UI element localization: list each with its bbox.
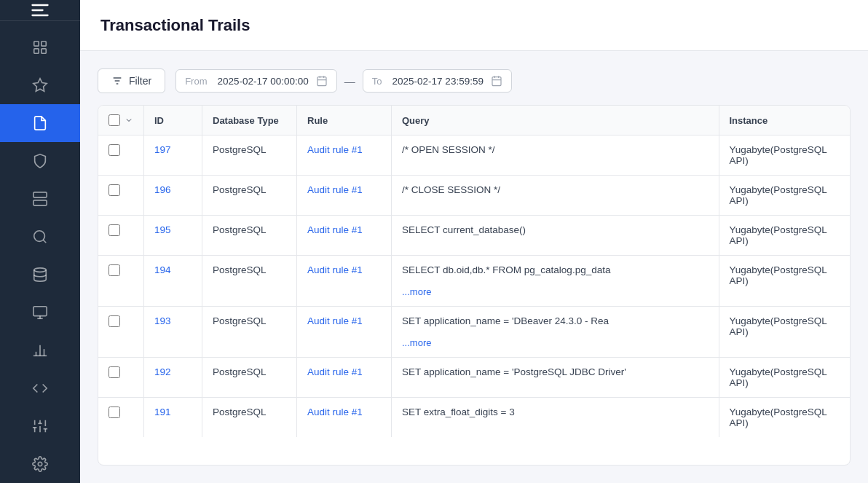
sidebar-item-documents[interactable] [0,104,80,142]
sidebar-item-shield[interactable] [0,142,80,180]
table-row: 193PostgreSQLAudit rule #1SET applicatio… [98,307,850,358]
col-rule-label: Rule [307,115,328,126]
row-db-type-cell: PostgreSQL [202,216,297,256]
data-table: ID Database Type Rule Query [98,106,850,437]
th-instance[interactable]: Instance [719,106,850,136]
sidebar-item-server[interactable] [0,180,80,218]
svg-rect-15 [33,307,47,316]
database-icon [32,267,48,283]
row-rule-link[interactable]: Audit rule #1 [307,264,363,275]
svg-marker-7 [33,79,47,91]
row-rule-cell: Audit rule #1 [297,176,392,216]
row-db-type-cell: PostgreSQL [202,136,297,176]
toolbar: Filter From 2025-02-17 00:00:00 — To 202… [98,68,851,93]
row-rule-cell: Audit rule #1 [297,216,392,256]
row-instance-cell: Yugabyte(PostgreSQL API) [719,176,850,216]
sidebar-item-favorites[interactable] [0,66,80,104]
date-dash: — [344,75,355,87]
th-id[interactable]: ID [144,106,202,136]
row-checkbox[interactable] [108,184,120,196]
sidebar-item-settings[interactable] [0,445,80,483]
row-checkbox-cell [98,398,144,438]
sidebar-item-controls[interactable] [0,407,80,445]
row-id-link[interactable]: 191 [154,407,171,417]
row-id-link[interactable]: 192 [154,366,171,377]
sidebar-item-code[interactable] [0,369,80,407]
svg-point-12 [34,231,45,242]
th-database-type[interactable]: Database Type [202,106,297,136]
row-checkbox[interactable] [108,407,120,418]
to-value: 2025-02-17 23:59:59 [392,76,484,87]
svg-rect-9 [33,200,47,205]
sidebar-item-dashboard[interactable] [0,28,80,66]
table-row: 194PostgreSQLAudit rule #1SELECT db.oid,… [98,256,850,307]
filter-icon [111,75,123,87]
row-checkbox[interactable] [108,366,120,378]
row-rule-link[interactable]: Audit rule #1 [307,407,363,417]
sidebar-item-analytics[interactable] [0,331,80,369]
sidebar-item-database[interactable] [0,256,80,294]
sidebar-navigation [0,21,80,445]
row-id-link[interactable]: 193 [154,315,171,326]
grid-icon [32,39,48,55]
row-instance-text: Yugabyte(PostgreSQL API) [730,264,827,286]
table-row: 191PostgreSQLAudit rule #1SET extra_floa… [98,398,850,438]
row-id-link[interactable]: 197 [154,144,171,155]
row-id-link[interactable]: 194 [154,264,171,275]
row-id-link[interactable]: 195 [154,224,171,235]
from-value: 2025-02-17 00:00:00 [217,76,308,87]
table-header-row: ID Database Type Rule Query [98,106,850,136]
col-instance-label: Instance [730,115,768,126]
row-rule-link[interactable]: Audit rule #1 [307,366,363,377]
row-checkbox[interactable] [108,224,120,236]
file-icon [32,115,48,131]
th-rule[interactable]: Rule [297,106,392,136]
row-instance-text: Yugabyte(PostgreSQL API) [730,144,827,166]
row-query-cell: /* CLOSE SESSION */ [392,176,719,216]
sidebar-item-monitor[interactable] [0,294,80,331]
row-db-type-cell: PostgreSQL [202,307,297,358]
row-checkbox-cell [98,216,144,256]
row-query-text: /* CLOSE SESSION */ [402,184,709,195]
row-rule-link[interactable]: Audit rule #1 [307,224,363,235]
to-date-input[interactable]: To 2025-02-17 23:59:59 [363,69,512,93]
from-label: From [185,76,207,87]
row-id-cell: 192 [144,358,202,398]
data-table-container: ID Database Type Rule Query [98,105,851,466]
row-instance-text: Yugabyte(PostgreSQL API) [730,184,827,206]
row-checkbox[interactable] [108,144,120,156]
row-instance-cell: Yugabyte(PostgreSQL API) [719,216,850,256]
row-instance-cell: Yugabyte(PostgreSQL API) [719,307,850,358]
table-row: 196PostgreSQLAudit rule #1/* CLOSE SESSI… [98,176,850,216]
sliders-icon [32,418,48,434]
row-id-link[interactable]: 196 [154,184,171,195]
calendar-from-icon [316,75,328,87]
row-query-more-link[interactable]: ...more [402,286,431,297]
row-checkbox-cell [98,136,144,176]
row-rule-link[interactable]: Audit rule #1 [307,144,363,155]
col-query-label: Query [402,115,430,126]
select-all-checkbox[interactable] [108,114,120,126]
row-query-cell: SET application_name = 'PostgreSQL JDBC … [392,358,719,398]
row-query-more-link[interactable]: ...more [402,337,431,348]
filter-button[interactable]: Filter [98,68,165,93]
sidebar [0,0,80,483]
gear-icon [32,456,48,472]
row-query-text: SELECT current_database() [402,224,709,235]
row-rule-link[interactable]: Audit rule #1 [307,184,363,195]
sidebar-bottom [0,445,80,483]
filter-label: Filter [129,75,151,87]
row-query-cell: SELECT current_database() [392,216,719,256]
row-query-text: SELECT db.oid,db.* FROM pg_catalog.pg_da… [402,264,709,275]
svg-rect-6 [42,49,46,53]
row-id-cell: 195 [144,216,202,256]
row-db-type-cell: PostgreSQL [202,358,297,398]
sidebar-item-search[interactable] [0,218,80,256]
sort-chevron-icon[interactable] [125,116,133,125]
row-checkbox[interactable] [108,315,120,327]
row-checkbox[interactable] [108,264,120,276]
th-query[interactable]: Query [392,106,719,136]
row-rule-link[interactable]: Audit rule #1 [307,315,363,326]
from-date-input[interactable]: From 2025-02-17 00:00:00 [175,69,337,93]
menu-icon[interactable] [30,0,50,20]
